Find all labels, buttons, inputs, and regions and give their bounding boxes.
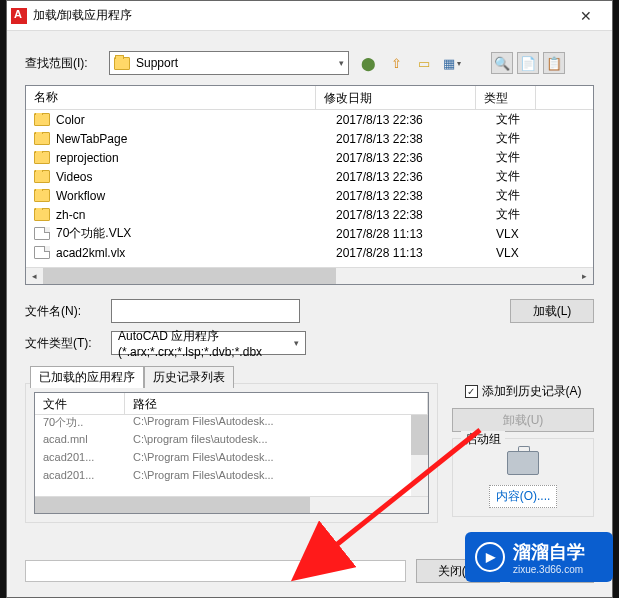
loaded-apps-group: 已加载的应用程序 历史记录列表 文件 路径 70个功..C:\Program F…	[25, 383, 438, 523]
contents-button[interactable]: 内容(O)....	[489, 485, 558, 508]
file-type: 文件	[492, 111, 552, 128]
add-history-label: 添加到历史记录(A)	[482, 383, 582, 400]
file-icon	[34, 246, 50, 259]
scroll-right-button[interactable]: ▸	[576, 268, 593, 285]
tool-list-button[interactable]: 📋	[543, 52, 565, 74]
file-date: 2017/8/13 22:38	[332, 189, 492, 203]
col-date-header[interactable]: 修改日期	[316, 86, 476, 109]
file-type: VLX	[492, 227, 552, 241]
checkbox-icon: ✓	[465, 385, 478, 398]
file-name: Videos	[56, 170, 92, 184]
nav-new-folder-button[interactable]: ▭	[413, 52, 435, 74]
nav-back-button[interactable]: ⬤	[357, 52, 379, 74]
filename-label: 文件名(N):	[25, 303, 99, 320]
file-type: 文件	[492, 149, 552, 166]
play-icon: ▶	[475, 542, 505, 572]
folder-icon	[34, 189, 50, 202]
unload-button[interactable]: 卸载(U)	[452, 408, 594, 432]
tab-loaded[interactable]: 已加载的应用程序	[30, 366, 144, 388]
status-bar	[25, 560, 406, 582]
file-date: 2017/8/13 22:38	[332, 208, 492, 222]
nav-toolbar: ⬤ ⇧ ▭ ▦	[357, 52, 463, 74]
chevron-down-icon: ▾	[294, 338, 299, 348]
file-row[interactable]: zh-cn2017/8/13 22:38文件	[26, 205, 593, 224]
nav-up-button[interactable]: ⇧	[385, 52, 407, 74]
folder-icon	[34, 208, 50, 221]
folder-icon	[34, 113, 50, 126]
file-row[interactable]: Color2017/8/13 22:36文件	[26, 110, 593, 129]
file-row[interactable]: reprojection2017/8/13 22:36文件	[26, 148, 593, 167]
file-name: acad2kml.vlx	[56, 246, 125, 260]
watermark-badge: ▶ 溜溜自学 zixue.3d66.com	[465, 532, 613, 582]
loaded-file: acad201...	[35, 469, 125, 487]
file-name: Color	[56, 113, 85, 127]
dialog-tool-buttons: 🔍 📄 📋	[491, 52, 565, 74]
file-row[interactable]: acad2kml.vlx2017/8/28 11:13VLX	[26, 243, 593, 262]
folder-icon	[114, 57, 130, 70]
file-row[interactable]: 70个功能.VLX2017/8/28 11:13VLX	[26, 224, 593, 243]
app-icon	[11, 8, 27, 24]
file-type: 文件	[492, 206, 552, 223]
file-name: reprojection	[56, 151, 119, 165]
file-icon	[34, 227, 50, 240]
nav-view-button[interactable]: ▦	[441, 52, 463, 74]
lookin-combo[interactable]: Support ▾	[109, 51, 349, 75]
tab-history[interactable]: 历史记录列表	[144, 366, 234, 388]
folder-icon	[34, 132, 50, 145]
loaded-file: acad201...	[35, 451, 125, 469]
scroll-left-button[interactable]: ◂	[26, 268, 43, 285]
lookin-value: Support	[136, 56, 178, 70]
file-row[interactable]: Workflow2017/8/13 22:38文件	[26, 186, 593, 205]
folder-icon	[34, 151, 50, 164]
close-window-button[interactable]: ✕	[564, 1, 608, 31]
file-list[interactable]: 名称 修改日期 类型 Color2017/8/13 22:36文件NewTabP…	[25, 85, 594, 285]
badge-url: zixue.3d66.com	[513, 564, 585, 575]
loaded-path: C:\program files\autodesk...	[125, 433, 428, 451]
loaded-path: C:\Program Files\Autodesk...	[125, 451, 428, 469]
loaded-file: 70个功..	[35, 415, 125, 433]
file-type: 文件	[492, 130, 552, 147]
tool-page-button[interactable]: 📄	[517, 52, 539, 74]
loaded-row[interactable]: acad.mnlC:\program files\autodesk...	[35, 433, 428, 451]
folder-icon	[34, 170, 50, 183]
file-row[interactable]: NewTabPage2017/8/13 22:38文件	[26, 129, 593, 148]
badge-text: 溜溜自学	[513, 542, 585, 562]
add-history-checkbox[interactable]: ✓ 添加到历史记录(A)	[465, 383, 582, 400]
titlebar: 加载/卸载应用程序 ✕	[7, 1, 612, 31]
startup-title: 启动组	[461, 431, 505, 448]
file-date: 2017/8/13 22:38	[332, 132, 492, 146]
tool-search-button[interactable]: 🔍	[491, 52, 513, 74]
loaded-hscroll[interactable]	[35, 496, 428, 513]
file-name: 70个功能.VLX	[56, 225, 131, 242]
dialog-window: 加载/卸载应用程序 ✕ 查找范围(I): Support ▾ ⬤ ⇧ ▭ ▦ 🔍…	[6, 0, 613, 598]
file-list-header: 名称 修改日期 类型	[26, 86, 593, 110]
loaded-vscroll[interactable]	[411, 415, 428, 496]
col-name-header[interactable]: 名称	[26, 86, 316, 109]
filename-input[interactable]	[111, 299, 300, 323]
loaded-file: acad.mnl	[35, 433, 125, 451]
scroll-thumb[interactable]	[43, 268, 336, 285]
loaded-col-path[interactable]: 路径	[125, 393, 428, 414]
file-date: 2017/8/13 22:36	[332, 113, 492, 127]
file-row[interactable]: Videos2017/8/13 22:36文件	[26, 167, 593, 186]
file-name: zh-cn	[56, 208, 85, 222]
loaded-path: C:\Program Files\Autodesk...	[125, 415, 428, 433]
col-type-header[interactable]: 类型	[476, 86, 536, 109]
chevron-down-icon: ▾	[339, 58, 344, 68]
loaded-row[interactable]: 70个功..C:\Program Files\Autodesk...	[35, 415, 428, 433]
file-list-hscroll[interactable]: ◂ ▸	[26, 267, 593, 284]
file-type: 文件	[492, 187, 552, 204]
loaded-col-file[interactable]: 文件	[35, 393, 125, 414]
file-name: NewTabPage	[56, 132, 127, 146]
filetype-value: AutoCAD 应用程序(*.arx;*.crx;*.lsp;*.dvb;*.d…	[118, 328, 294, 359]
loaded-table[interactable]: 文件 路径 70个功..C:\Program Files\Autodesk...…	[34, 392, 429, 514]
startup-group: 启动组 内容(O)....	[452, 438, 594, 517]
loaded-row[interactable]: acad201...C:\Program Files\Autodesk...	[35, 451, 428, 469]
file-date: 2017/8/28 11:13	[332, 227, 492, 241]
loaded-row[interactable]: acad201...C:\Program Files\Autodesk...	[35, 469, 428, 487]
filetype-select[interactable]: AutoCAD 应用程序(*.arx;*.crx;*.lsp;*.dvb;*.d…	[111, 331, 306, 355]
filetype-label: 文件类型(T):	[25, 335, 99, 352]
load-button[interactable]: 加载(L)	[510, 299, 594, 323]
file-name: Workflow	[56, 189, 105, 203]
loaded-path: C:\Program Files\Autodesk...	[125, 469, 428, 487]
